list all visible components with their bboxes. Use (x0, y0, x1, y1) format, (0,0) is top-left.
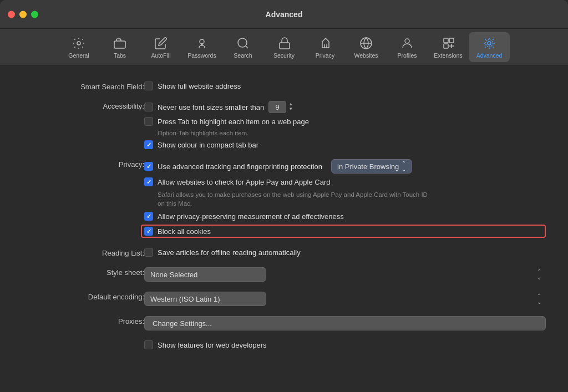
advanced-label: Advanced (476, 52, 503, 59)
default-encoding-select[interactable]: Western (ISO Latin 1) Unicode (UTF-8) (144, 292, 266, 306)
press-tab-subtext: Option-Tab highlights each item. (144, 130, 546, 136)
smart-search-row: Smart Search Field: Show full website ad… (22, 82, 546, 91)
websites-icon (359, 36, 373, 50)
toolbar-item-search[interactable]: Search (222, 32, 263, 62)
save-articles-checkbox[interactable] (144, 248, 153, 257)
apple-pay-checkbox[interactable] (144, 177, 153, 186)
show-colour-text: Show colour in compact tab bar (158, 141, 258, 149)
svg-rect-7 (280, 43, 290, 49)
general-icon (72, 36, 86, 50)
toolbar-item-websites[interactable]: Websites (346, 32, 387, 62)
font-size-value[interactable]: 9 (268, 101, 286, 113)
private-browsing-dropdown[interactable]: in Private Browsing ⌃⌄ (331, 159, 412, 174)
proxies-controls: Change Settings... (144, 316, 546, 330)
privacy-label: Privacy (316, 52, 334, 59)
svg-point-0 (77, 42, 80, 45)
font-size-row: Never use font sizes smaller than 9 ▲ ▼ (144, 101, 546, 113)
toolbar-item-privacy[interactable]: Privacy (305, 32, 346, 62)
svg-point-16 (488, 42, 491, 45)
apple-pay-text: Allow websites to check for Apple Pay an… (158, 178, 330, 186)
window-title: Advanced (266, 10, 303, 19)
save-articles-text: Save articles for offline reading automa… (158, 248, 301, 257)
block-cookies-text: Block all cookies (158, 227, 211, 236)
show-full-address-checkbox[interactable] (144, 82, 153, 90)
autofill-icon (154, 36, 168, 50)
accessibility-controls: Never use font sizes smaller than 9 ▲ ▼ … (144, 101, 546, 149)
style-sheet-label: Style sheet: (22, 267, 144, 277)
reading-list-controls: Save articles for offline reading automa… (144, 248, 546, 257)
toolbar-item-general[interactable]: General (58, 32, 99, 62)
settings-content: Smart Search Field: Show full website ad… (0, 66, 568, 392)
toolbar-item-extensions[interactable]: Extensions (428, 32, 469, 62)
private-browsing-chevron-icon: ⌃⌄ (402, 160, 406, 172)
apple-pay-subtext: Safari allows you to make purchases on t… (144, 190, 433, 208)
default-encoding-row: Default encoding: Western (ISO Latin 1) … (22, 292, 546, 306)
ad-measurement-row: Allow privacy-preserving measurement of … (144, 212, 546, 221)
passwords-icon (195, 36, 209, 50)
extensions-label: Extensions (434, 52, 462, 59)
autofill-label: AutoFill (151, 52, 170, 59)
toolbar-item-profiles[interactable]: Profiles (387, 32, 428, 62)
apple-pay-row: Allow websites to check for Apple Pay an… (144, 177, 546, 186)
search-icon (236, 36, 250, 50)
toolbar-item-tabs[interactable]: Tabs (99, 32, 140, 62)
reading-list-label: Reading List: (22, 248, 144, 257)
profiles-icon (400, 36, 414, 50)
default-encoding-controls: Western (ISO Latin 1) Unicode (UTF-8) ⌃⌄ (144, 292, 546, 306)
advanced-tracking-checkbox[interactable] (144, 162, 153, 171)
smart-search-label: Smart Search Field: (22, 82, 144, 91)
style-sheet-controls: None Selected Default ⌃⌄ (144, 267, 546, 282)
toolbar: General Tabs AutoFill Passwords (0, 29, 568, 66)
search-label: Search (234, 52, 252, 59)
security-icon (277, 36, 291, 50)
font-size-arrows[interactable]: ▲ ▼ (288, 102, 293, 112)
font-size-checkbox[interactable] (144, 103, 153, 111)
default-encoding-chevron-icon: ⌃⌄ (537, 293, 541, 305)
change-settings-button[interactable]: Change Settings... (144, 316, 546, 330)
svg-point-5 (238, 38, 247, 47)
svg-line-6 (246, 45, 248, 48)
security-label: Security (273, 52, 295, 59)
press-tab-checkbox[interactable] (144, 117, 153, 126)
toolbar-item-security[interactable]: Security (263, 32, 305, 62)
show-colour-checkbox[interactable] (144, 140, 153, 149)
smart-search-controls: Show full website address (144, 82, 546, 90)
profiles-label: Profiles (397, 52, 417, 59)
style-sheet-select[interactable]: None Selected Default (144, 267, 266, 282)
general-label: General (68, 52, 89, 59)
ad-measurement-text: Allow privacy-preserving measurement of … (158, 212, 344, 221)
default-encoding-dropdown-wrapper: Western (ISO Latin 1) Unicode (UTF-8) ⌃⌄ (144, 292, 546, 306)
svg-rect-14 (449, 38, 454, 43)
show-full-address-text: Show full website address (158, 82, 241, 90)
show-colour-row: Show colour in compact tab bar (144, 140, 546, 149)
accessibility-row: Accessibility: Never use font sizes smal… (22, 101, 546, 149)
font-size-spinner: 9 ▲ ▼ (268, 101, 293, 113)
proxies-row: Proxies: Change Settings... (22, 316, 546, 330)
svg-point-2 (200, 39, 204, 44)
traffic-lights (8, 11, 38, 18)
press-tab-text: Press Tab to highlight each item on a we… (158, 118, 309, 126)
toolbar-item-passwords[interactable]: Passwords (181, 32, 222, 62)
toolbar-item-autofill[interactable]: AutoFill (140, 32, 181, 62)
style-sheet-row: Style sheet: None Selected Default ⌃⌄ (22, 267, 546, 282)
spinner-down-icon[interactable]: ▼ (288, 107, 293, 112)
show-developer-checkbox[interactable] (144, 340, 153, 349)
developer-controls: Show features for web developers (144, 340, 546, 349)
block-cookies-checkbox[interactable] (144, 227, 153, 236)
press-tab-row: Press Tab to highlight each item on a we… (144, 117, 546, 126)
extensions-icon (441, 36, 455, 50)
svg-point-17 (486, 39, 493, 47)
privacy-controls: Use advanced tracking and fingerprinting… (144, 159, 546, 238)
close-button[interactable] (8, 11, 15, 18)
proxies-label: Proxies: (22, 316, 144, 325)
privacy-icon (318, 36, 332, 50)
private-browsing-text: in Private Browsing (337, 162, 399, 171)
toolbar-item-advanced[interactable]: Advanced (469, 32, 510, 62)
maximize-button[interactable] (31, 11, 38, 18)
svg-point-12 (405, 39, 409, 43)
ad-measurement-checkbox[interactable] (144, 212, 153, 221)
minimize-button[interactable] (19, 11, 27, 18)
show-developer-row: Show features for web developers (144, 340, 546, 349)
tabs-label: Tabs (114, 52, 126, 59)
privacy-row: Privacy: Use advanced tracking and finge… (22, 159, 546, 238)
